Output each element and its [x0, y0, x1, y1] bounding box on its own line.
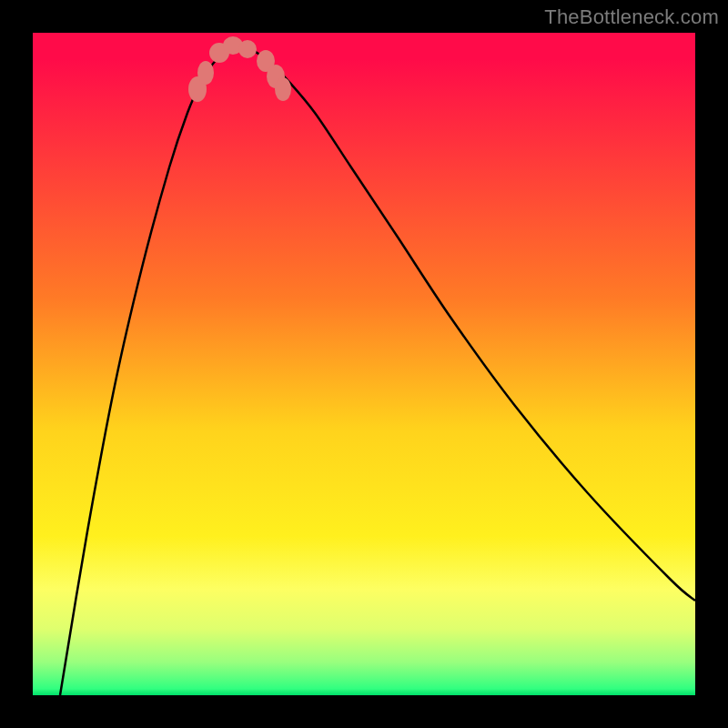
bead-1 — [197, 61, 214, 85]
curve-layer — [33, 33, 695, 695]
plot-area — [33, 33, 695, 695]
bead-7 — [275, 77, 291, 101]
chart-frame: TheBottleneck.com — [0, 0, 728, 728]
bottleneck-curve — [60, 46, 695, 695]
watermark-text: TheBottleneck.com — [544, 5, 719, 29]
curve-beads — [188, 36, 291, 102]
bead-4 — [238, 40, 257, 58]
